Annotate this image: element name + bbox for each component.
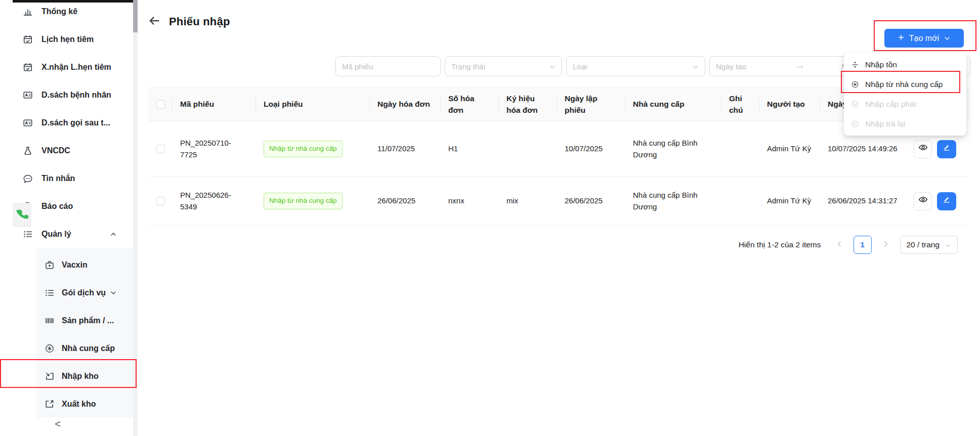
list-icon [23, 229, 33, 239]
sidebar-item-xnhan-lhen-tiem[interactable]: X.nhận L.hẹn tiêm [0, 53, 133, 81]
col-header-so-hoa-don: Số hóa đơn [440, 88, 498, 121]
sidebar-submenu-quan-ly: Vacxin Gói dịch vụ Sản phẩm / ... Nhà cu… [36, 248, 133, 418]
filter-status-select[interactable]: Trạng thái [445, 56, 562, 76]
sidebar-item-dsach-benh-nhan[interactable]: D.sách bệnh nhân [0, 81, 133, 109]
page-size-value: 20 / trang [907, 240, 940, 249]
cell-ghi-chu [721, 177, 759, 225]
chevron-down-icon [549, 63, 556, 70]
sidebar-item-dsach-goi-sau[interactable]: D.sách gọi sau t... [0, 109, 133, 137]
table-body: PN_20250710-7725 Nhập từ nhà cung cấp 11… [148, 121, 970, 226]
pagination-page-1[interactable]: 1 [854, 236, 872, 254]
cell-nguoi-tao: Admin Tứ Kỳ [759, 121, 820, 177]
filter-code-field[interactable] [335, 56, 441, 76]
create-dropdown-menu: Nhập tồn Nhập từ nhà cung cấp Nhập cấp p… [844, 53, 966, 136]
calendar-check-icon [23, 34, 33, 45]
cell-ma-phieu: PN_20250710-7725 [172, 121, 255, 177]
calendar-check-icon [23, 62, 33, 72]
view-button[interactable] [914, 192, 932, 210]
col-header-ma-phieu: Mã phiếu [172, 88, 255, 121]
sidebar-scrollbar-track[interactable] [133, 0, 138, 436]
cell-nha-cung-cap: Nhà cung cấp Bình Dương [625, 177, 721, 225]
sidebar-item-tin-nhan[interactable]: Tin nhắn [0, 164, 133, 192]
arrow-left-icon [148, 15, 160, 29]
select-all-checkbox[interactable] [156, 100, 165, 109]
sidebar-item-thong-ke[interactable]: Thống kê [0, 0, 133, 25]
cell-ma-phieu: PN_20250626-5349 [172, 177, 255, 225]
sidebar-item-label: VNCDC [41, 146, 70, 155]
page-title: Phiếu nhập [169, 15, 230, 28]
sidebar-item-xuat-kho[interactable]: Xuất kho [36, 390, 133, 418]
cell-nguoi-tao: Admin Tứ Kỳ [759, 177, 820, 225]
sidebar-scrollbar-thumb[interactable] [133, 0, 138, 32]
create-new-button[interactable]: Tạo mới [884, 29, 964, 48]
edit-icon [942, 143, 951, 155]
sidebar-item-nha-cung-cap[interactable]: Nhà cung cấp [36, 334, 133, 362]
sidebar-item-label: Sản phẩm / ... [62, 316, 114, 325]
sidebar-item-label: X.nhận L.hẹn tiêm [41, 63, 111, 72]
chevron-down-icon [110, 289, 117, 296]
sidebar-item-label: Gói dịch vụ [62, 288, 106, 297]
col-header-ngay-lap-phieu: Ngày lập phiếu [557, 88, 625, 121]
col-header-nha-cung-cap: Nhà cung cấp [625, 88, 721, 121]
col-header-loai-phieu: Loại phiếu [255, 88, 369, 121]
back-button[interactable] [148, 16, 160, 28]
edit-button[interactable] [937, 140, 956, 158]
supplier-icon [851, 80, 859, 89]
menu-item-label: Nhập tồn [865, 60, 897, 69]
sidebar-item-lich-hen-tiem[interactable]: Lịch hẹn tiêm [0, 25, 133, 53]
sidebar-collapse-button[interactable]: < [44, 416, 72, 432]
cell-ngay-lap-phieu: 26/06/2025 [557, 177, 625, 225]
chevron-down-icon [945, 242, 951, 248]
sidebar-item-label: Vacxin [62, 260, 88, 270]
cell-ngay-tao: 26/06/2025 14:31:27 [820, 177, 906, 225]
filter-type-select[interactable]: Loại [566, 56, 705, 76]
code-input[interactable] [342, 62, 434, 71]
chevron-up-icon [110, 231, 117, 238]
chevron-down-icon [944, 35, 951, 42]
cell-ghi-chu [721, 121, 759, 177]
id-card-icon [23, 118, 33, 128]
sidebar-item-san-pham[interactable]: Sản phẩm / ... [36, 307, 133, 334]
sidebar-item-label: D.sách gọi sau t... [41, 118, 110, 127]
circle-down-icon [851, 100, 859, 108]
menu-item-label: Nhập từ nhà cung cấp [865, 80, 943, 89]
menu-item-nhap-ton[interactable]: Nhập tồn [844, 55, 966, 74]
cell-ky-hieu-hoa-don: mix [498, 177, 557, 225]
pagination-next-button[interactable] [879, 238, 893, 252]
view-button[interactable] [914, 140, 932, 158]
sidebar-item-nhap-kho[interactable]: Nhập kho [36, 362, 133, 390]
phone-icon [16, 208, 28, 222]
cell-ngay-lap-phieu: 10/07/2025 [557, 121, 625, 177]
cell-ngay-hoa-don: 11/07/2025 [369, 121, 440, 177]
sidebar-item-vncdc[interactable]: VNCDC [0, 137, 133, 164]
sidebar-item-goi-dich-vu[interactable]: Gói dịch vụ [36, 279, 133, 307]
sidebar-item-label: Báo cáo [41, 202, 73, 211]
sidebar-item-label: Thống kê [41, 7, 77, 16]
type-tag: Nhập từ nhà cung cấp [264, 141, 343, 157]
bar-chart-icon [23, 7, 33, 17]
row-checkbox[interactable] [156, 145, 165, 153]
row-checkbox[interactable] [156, 197, 165, 205]
sidebar-item-vacxin[interactable]: Vacxin [36, 251, 133, 279]
menu-item-nhap-tu-nha-cung-cap[interactable]: Nhập từ nhà cung cấp [844, 74, 966, 94]
page-size-select[interactable]: 20 / trang [900, 236, 958, 254]
type-tag: Nhập từ nhà cung cấp [264, 193, 343, 209]
list-icon [45, 288, 55, 298]
chevron-right-icon [882, 240, 889, 249]
call-widget[interactable] [13, 203, 31, 227]
edit-button[interactable] [937, 192, 956, 210]
cell-so-hoa-don: H1 [440, 121, 498, 177]
pagination-prev-button[interactable] [832, 238, 846, 252]
stock-icon [851, 61, 859, 69]
supplier-icon [45, 343, 55, 354]
date-start-placeholder: Ngày tạo [716, 62, 746, 71]
page-header: Phiếu nhập [138, 0, 980, 31]
import-icon [45, 371, 55, 381]
barcode-icon [45, 316, 55, 326]
sidebar-item-label: Nhập kho [62, 372, 99, 381]
status-placeholder: Trạng thái [451, 62, 485, 71]
eye-icon [918, 143, 928, 156]
medkit-icon [45, 260, 55, 270]
sidebar-item-label: Quản lý [41, 230, 71, 239]
cell-ky-hieu-hoa-don [498, 121, 557, 177]
